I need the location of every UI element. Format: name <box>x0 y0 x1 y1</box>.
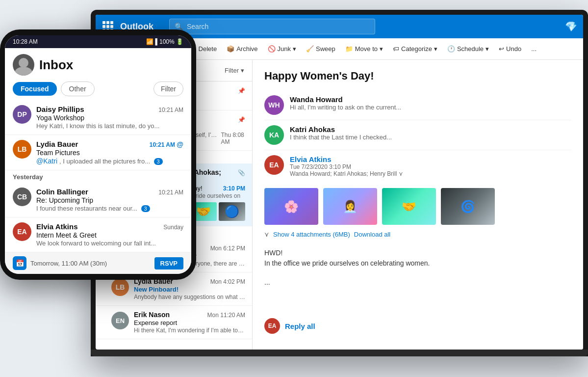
email-time: 10:21 AM <box>158 189 183 196</box>
avatar: LB <box>111 278 129 296</box>
unread-dot <box>102 281 106 285</box>
avatar: EN <box>111 312 129 329</box>
email-subject: Expense report <box>134 319 245 326</box>
sweep-button[interactable]: 🧹 Sweep <box>302 43 339 54</box>
attachment-thumb: 🌸 <box>264 188 318 225</box>
undo-button[interactable]: ↩ Undo <box>495 43 525 54</box>
attachment-thumb: 🌀 <box>441 188 495 225</box>
avatar: EA <box>13 222 31 241</box>
sender-name: Daisy Phillips <box>36 105 84 113</box>
chevron-down-icon: ▾ <box>293 45 296 53</box>
email-subject: Intern Meet & Greet <box>36 231 183 239</box>
categorize-button[interactable]: 🏷 Categorize ▾ <box>389 43 441 54</box>
attachment-thumb: 🤝 <box>382 188 436 225</box>
phone-email-list: DP Daisy Phillips 10:21 AM Yoga Workshop… <box>5 100 191 252</box>
phone-device: 10:28 AM 📶 ▌100% 🔋 Inbox Focused Other F… <box>0 29 201 280</box>
email-preview: Hi all, I'm writing to ask on the curren… <box>290 104 571 111</box>
sender-name: Colin Ballinger <box>36 188 88 196</box>
reply-avatar: EA <box>264 318 280 334</box>
phone-tab-row: Focused Other Filter <box>5 80 191 100</box>
chevron-down-icon: ▾ <box>486 45 489 53</box>
chevron-down-icon: ▾ <box>380 45 383 53</box>
email-time: Sunday <box>163 224 183 231</box>
sender-name: Lydia Bauer <box>36 140 78 148</box>
phone-bottom-bar: 📅 Tomorrow, 11:00 AM (30m) RSVP <box>5 252 191 274</box>
schedule-button[interactable]: 🕐 Schedule ▾ <box>443 43 493 54</box>
reading-pane-title: Happy Women's Day! <box>264 70 571 82</box>
archive-button[interactable]: 📦 Archive <box>223 43 261 54</box>
email-time: Mon 4:02 PM <box>210 278 245 285</box>
move-to-button[interactable]: 📁 Move to ▾ <box>341 43 387 54</box>
section-label-yesterday: Yesterday <box>5 170 191 183</box>
email-thread-item: WH Wanda Howard Hi all, I'm writing to a… <box>264 90 571 120</box>
avatar: DP <box>13 105 31 124</box>
reply-row: EA Reply all <box>264 312 571 340</box>
rsvp-button[interactable]: RSVP <box>154 257 183 269</box>
unread-badge: 3 <box>154 158 163 165</box>
clock-icon: 🕐 <box>447 45 455 53</box>
email-subject: Re: Upcoming Trip <box>36 196 183 204</box>
chevron-down-icon: ▾ <box>434 45 437 53</box>
junk-button[interactable]: 🚫 Junk ▾ <box>264 43 300 54</box>
sender-name: Wanda Howard <box>290 95 571 104</box>
email-time: Mon 11:20 AM <box>207 312 245 319</box>
sender-name: Elvia Atkins <box>36 222 77 231</box>
body-line2: In the office we pride ourselves on cele… <box>264 258 571 269</box>
sender-name: Elvia Atkins <box>290 155 571 163</box>
email-meta: Tue 7/23/2020 3:10 PM <box>290 163 571 170</box>
download-all-link[interactable]: Download all <box>354 231 390 238</box>
list-item[interactable]: EN Erik Nason Mon 11:20 AM Expense repor… <box>96 306 252 339</box>
show-attachments-link[interactable]: Show 4 attachments (6MB) <box>273 231 350 238</box>
list-item[interactable]: CB Colin Ballinger 10:21 AM Re: Upcoming… <box>5 183 191 217</box>
sender-name: Katri Ahokas <box>290 125 571 134</box>
phone-tab-other[interactable]: Other <box>61 81 95 96</box>
more-options-button[interactable]: ... <box>527 43 540 54</box>
email-thread-item: EA Elvia Atkins Tue 7/23/2020 3:10 PM Wa… <box>264 150 571 182</box>
reading-pane: Happy Women's Day! WH Wanda Howard Hi al… <box>253 60 583 350</box>
attachment-thumb: 👩‍💼 <box>323 188 377 225</box>
junk-icon: 🚫 <box>268 45 276 53</box>
avatar: WH <box>264 95 284 115</box>
email-subject: New Pinboard! <box>134 286 245 293</box>
diamond-icon: 💎 <box>565 21 577 32</box>
phone-screen: 10:28 AM 📶 ▌100% 🔋 Inbox Focused Other F… <box>5 35 191 274</box>
email-time: Mon 6:12 PM <box>210 245 245 252</box>
laptop-base <box>91 350 588 356</box>
calendar-icon: 📅 <box>13 256 26 270</box>
phone-frame: 10:28 AM 📶 ▌100% 🔋 Inbox Focused Other F… <box>0 29 196 280</box>
list-item[interactable]: EA Elvia Atkins Sunday Intern Meet & Gre… <box>5 217 191 252</box>
phone-inbox-title: Inbox <box>39 57 73 73</box>
email-subject: Yoga Workshop <box>36 114 183 122</box>
mention-badge: @Katri <box>36 157 57 165</box>
list-item[interactable]: DP Daisy Phillips 10:21 AM Yoga Workshop… <box>5 100 191 135</box>
avatar: KA <box>264 125 284 145</box>
reminder-text: Tomorrow, 11:00 AM (30m) <box>30 260 107 267</box>
reply-all-button[interactable]: Reply all <box>285 322 315 330</box>
phone-header: Inbox <box>5 48 191 80</box>
search-input[interactable] <box>187 23 370 30</box>
list-item[interactable]: LB Lydia Bauer 10:21 AM @ Team Pictures … <box>5 135 191 170</box>
email-subject: Team Pictures <box>36 149 183 157</box>
phone-filter-button[interactable]: Filter <box>153 81 183 96</box>
email-time: 3:10 PM <box>223 185 245 192</box>
email-preview: I found these restaurants near our... 3 <box>36 205 183 212</box>
sweep-icon: 🧹 <box>306 45 314 53</box>
chevron-down-icon: ▾ <box>241 67 244 74</box>
unread-dot <box>102 315 106 319</box>
email-thread-item: KA Katri Ahokas I think that the Last ti… <box>264 120 571 150</box>
body-ellipsis: ... <box>264 278 571 286</box>
email-preview: @Katri, I uploaded all the pictures fro.… <box>36 157 183 165</box>
filter-button[interactable]: Filter ▾ <box>225 67 244 74</box>
phone-status-bar: 10:28 AM 📶 ▌100% 🔋 <box>5 35 191 48</box>
email-time: 10:21 AM <box>158 107 183 113</box>
unread-badge: 3 <box>141 205 150 212</box>
avatar: LB <box>13 140 31 159</box>
phone-time: 10:28 AM <box>13 38 38 45</box>
svg-point-1 <box>15 67 32 76</box>
svg-point-0 <box>19 58 28 68</box>
email-preview: Hey Katri, I know this is last minute, d… <box>36 122 183 130</box>
phone-tab-focused[interactable]: Focused <box>13 82 57 96</box>
body-line1: HWD! <box>264 248 571 258</box>
email-preview: We look forward to welcoming our fall in… <box>36 240 183 247</box>
avatar: CB <box>13 188 31 206</box>
